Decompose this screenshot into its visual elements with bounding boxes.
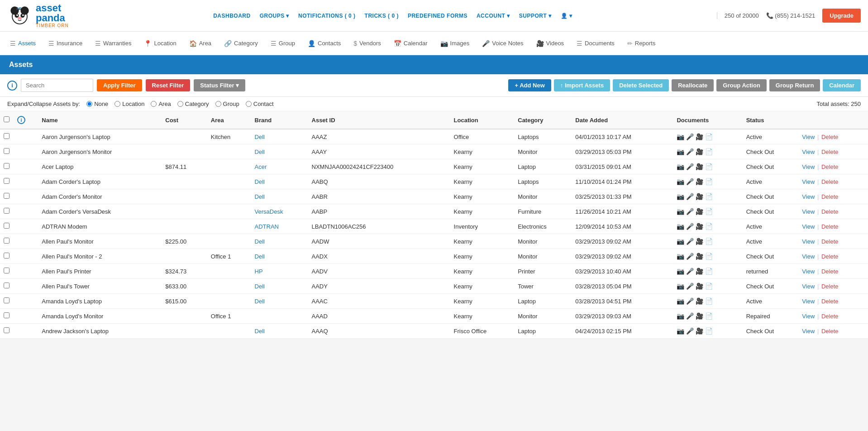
row-checkbox[interactable] bbox=[0, 174, 14, 189]
delete-link[interactable]: Delete bbox=[821, 328, 839, 335]
video-icon[interactable]: 🎥 bbox=[696, 268, 703, 275]
camera-icon[interactable]: 📷 bbox=[677, 268, 684, 275]
secnav-area[interactable]: 🏠 Area bbox=[184, 36, 217, 51]
secnav-documents[interactable]: ☰ Documents bbox=[571, 36, 620, 51]
secnav-vendors[interactable]: $ Vendors bbox=[348, 36, 386, 51]
camera-icon[interactable]: 📷 bbox=[677, 178, 684, 185]
expand-area[interactable]: Area bbox=[151, 101, 171, 107]
secnav-location[interactable]: 📍 Location bbox=[138, 36, 181, 51]
doc-icon[interactable]: 📄 bbox=[705, 223, 713, 230]
apply-filter-button[interactable]: Apply Filter bbox=[97, 79, 142, 91]
mic-icon[interactable]: 🎤 bbox=[686, 148, 694, 155]
nav-notifications[interactable]: NOTIFICATIONS ( 0 ) bbox=[298, 13, 356, 19]
delete-link[interactable]: Delete bbox=[821, 313, 839, 320]
nav-dashboard[interactable]: DASHBOARD bbox=[213, 13, 251, 19]
mic-icon[interactable]: 🎤 bbox=[686, 238, 694, 245]
delete-link[interactable]: Delete bbox=[821, 298, 839, 305]
delete-link[interactable]: Delete bbox=[821, 208, 839, 215]
camera-icon[interactable]: 📷 bbox=[677, 163, 684, 170]
reset-filter-button[interactable]: Reset Filter bbox=[146, 79, 191, 91]
row-checkbox[interactable] bbox=[0, 249, 14, 264]
secnav-group[interactable]: ☰ Group bbox=[265, 36, 300, 51]
video-icon[interactable]: 🎥 bbox=[696, 253, 703, 260]
mic-icon[interactable]: 🎤 bbox=[686, 133, 694, 140]
camera-icon[interactable]: 📷 bbox=[677, 253, 684, 260]
row-checkbox[interactable] bbox=[0, 129, 14, 144]
mic-icon[interactable]: 🎤 bbox=[686, 253, 694, 260]
secnav-images[interactable]: 📷 Images bbox=[435, 36, 475, 51]
view-link[interactable]: View bbox=[802, 208, 815, 215]
mic-icon[interactable]: 🎤 bbox=[686, 283, 694, 290]
nav-predefined-forms[interactable]: PREDEFINED FORMS bbox=[408, 13, 467, 19]
expand-contact[interactable]: Contact bbox=[246, 101, 274, 107]
camera-icon[interactable]: 📷 bbox=[677, 327, 684, 335]
camera-icon[interactable]: 📷 bbox=[677, 193, 684, 200]
mic-icon[interactable]: 🎤 bbox=[686, 193, 694, 200]
header-location[interactable]: Location bbox=[450, 111, 515, 129]
video-icon[interactable]: 🎥 bbox=[696, 133, 703, 140]
secnav-calendar[interactable]: 📅 Calendar bbox=[388, 36, 433, 51]
doc-icon[interactable]: 📄 bbox=[705, 283, 713, 290]
nav-account[interactable]: ACCOUNT ▾ bbox=[477, 13, 510, 19]
delete-link[interactable]: Delete bbox=[821, 223, 839, 230]
nav-user[interactable]: 👤 ▾ bbox=[561, 13, 572, 19]
video-icon[interactable]: 🎥 bbox=[696, 327, 703, 335]
row-checkbox[interactable] bbox=[0, 234, 14, 249]
mic-icon[interactable]: 🎤 bbox=[686, 312, 694, 320]
row-checkbox[interactable] bbox=[0, 159, 14, 174]
add-new-button[interactable]: + Add New bbox=[508, 79, 551, 91]
upgrade-button[interactable]: Upgrade bbox=[822, 9, 861, 23]
secnav-insurance[interactable]: ☰ Insurance bbox=[43, 36, 88, 51]
camera-icon[interactable]: 📷 bbox=[677, 312, 684, 320]
info-icon[interactable]: i bbox=[7, 81, 17, 91]
view-link[interactable]: View bbox=[802, 328, 815, 335]
header-name[interactable]: Name bbox=[38, 111, 162, 129]
view-link[interactable]: View bbox=[802, 163, 815, 170]
row-checkbox[interactable] bbox=[0, 219, 14, 234]
header-status[interactable]: Status bbox=[743, 111, 799, 129]
doc-icon[interactable]: 📄 bbox=[705, 253, 713, 260]
video-icon[interactable]: 🎥 bbox=[696, 283, 703, 290]
doc-icon[interactable]: 📄 bbox=[705, 297, 713, 305]
camera-icon[interactable]: 📷 bbox=[677, 238, 684, 245]
view-link[interactable]: View bbox=[802, 148, 815, 155]
expand-category[interactable]: Category bbox=[177, 101, 209, 107]
header-asset-id[interactable]: Asset ID bbox=[308, 111, 450, 129]
delete-link[interactable]: Delete bbox=[821, 283, 839, 290]
row-checkbox[interactable] bbox=[0, 144, 14, 159]
table-info-icon[interactable]: i bbox=[17, 116, 25, 124]
group-action-button[interactable]: Group Action bbox=[716, 79, 767, 91]
video-icon[interactable]: 🎥 bbox=[696, 297, 703, 305]
row-checkbox[interactable] bbox=[0, 264, 14, 279]
video-icon[interactable]: 🎥 bbox=[696, 208, 703, 215]
camera-icon[interactable]: 📷 bbox=[677, 297, 684, 305]
secnav-assets[interactable]: ☰ Assets bbox=[5, 36, 41, 51]
video-icon[interactable]: 🎥 bbox=[696, 178, 703, 185]
doc-icon[interactable]: 📄 bbox=[705, 178, 713, 185]
expand-none[interactable]: None bbox=[86, 101, 108, 107]
header-cost[interactable]: Cost bbox=[162, 111, 207, 129]
secnav-contacts[interactable]: 👤 Contacts bbox=[302, 36, 346, 51]
camera-icon[interactable]: 📷 bbox=[677, 148, 684, 155]
mic-icon[interactable]: 🎤 bbox=[686, 327, 694, 335]
camera-icon[interactable]: 📷 bbox=[677, 283, 684, 290]
nav-groups[interactable]: GROUPS ▾ bbox=[260, 13, 289, 19]
delete-link[interactable]: Delete bbox=[821, 178, 839, 185]
camera-icon[interactable]: 📷 bbox=[677, 208, 684, 215]
header-area[interactable]: Area bbox=[207, 111, 251, 129]
calendar-button[interactable]: Calendar bbox=[823, 79, 861, 91]
view-link[interactable]: View bbox=[802, 238, 815, 245]
search-input[interactable] bbox=[21, 79, 93, 92]
nav-support[interactable]: SUPPORT ▾ bbox=[519, 13, 552, 19]
video-icon[interactable]: 🎥 bbox=[696, 163, 703, 170]
doc-icon[interactable]: 📄 bbox=[705, 133, 713, 140]
delete-link[interactable]: Delete bbox=[821, 238, 839, 245]
view-link[interactable]: View bbox=[802, 313, 815, 320]
expand-location[interactable]: Location bbox=[114, 101, 144, 107]
camera-icon[interactable]: 📷 bbox=[677, 133, 684, 140]
view-link[interactable]: View bbox=[802, 268, 815, 275]
doc-icon[interactable]: 📄 bbox=[705, 208, 713, 215]
doc-icon[interactable]: 📄 bbox=[705, 163, 713, 170]
view-link[interactable]: View bbox=[802, 253, 815, 260]
import-assets-button[interactable]: ↑ Import Assets bbox=[554, 79, 610, 91]
